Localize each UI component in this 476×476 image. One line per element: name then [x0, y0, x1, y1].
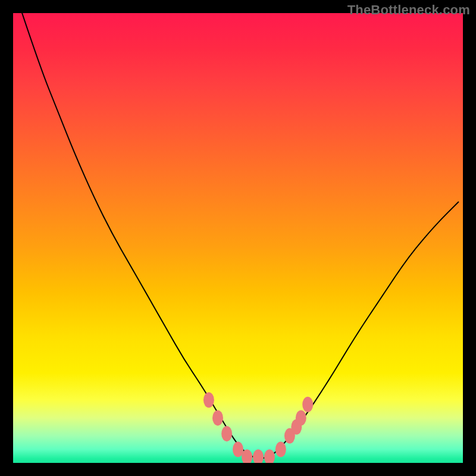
- marker-dot: [264, 449, 275, 463]
- chart-frame: TheBottleneck.com: [0, 0, 476, 476]
- marker-dot: [221, 426, 232, 441]
- marker-dot: [242, 449, 252, 463]
- watermark-text: TheBottleneck.com: [347, 2, 470, 18]
- marker-dot: [212, 410, 223, 425]
- highlight-dots: [203, 392, 313, 463]
- plot-area: [13, 13, 463, 463]
- marker-dot: [296, 410, 306, 425]
- marker-dot: [203, 392, 214, 408]
- marker-dot: [233, 441, 243, 457]
- chart-svg: [13, 13, 463, 463]
- curve-line: [22, 13, 458, 458]
- marker-dot: [275, 441, 286, 457]
- marker-dot: [253, 449, 264, 463]
- marker-dot: [302, 397, 313, 412]
